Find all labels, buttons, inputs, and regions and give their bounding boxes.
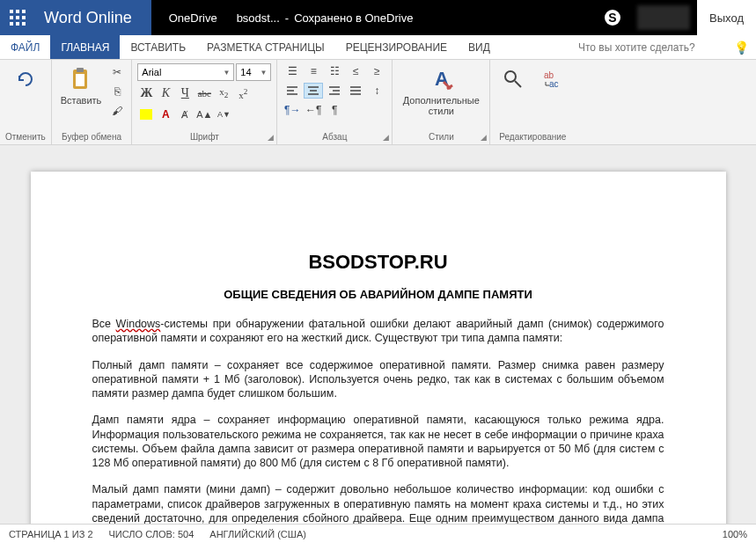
undo-icon (11, 65, 40, 93)
underline-button[interactable]: Ч (176, 84, 194, 102)
svg-rect-3 (10, 16, 13, 19)
status-page[interactable]: СТРАНИЦА 1 ИЗ 2 (9, 529, 93, 539)
tab-file[interactable]: ФАЙЛ (0, 35, 50, 59)
status-zoom[interactable]: 100% (723, 529, 747, 539)
clear-format-button[interactable]: A̸ (176, 106, 194, 123)
cut-button[interactable]: ✂ (108, 63, 126, 81)
scissors-icon: ✂ (113, 66, 121, 78)
status-bar: СТРАНИЦА 1 ИЗ 2 ЧИСЛО СЛОВ: 504 АНГЛИЙСК… (0, 524, 756, 543)
tab-layout[interactable]: РАЗМЕТКА СТРАНИЦЫ (196, 35, 335, 59)
shrink-font-button[interactable]: A▼ (215, 106, 232, 123)
styles-label: Дополнительные стили (401, 95, 481, 116)
align-center-button[interactable] (304, 83, 323, 99)
highlight-icon (140, 109, 152, 120)
group-clipboard: Вставить ✂ ⎘ 🖌 Буфер обмена (52, 60, 133, 144)
highlight-button[interactable] (137, 106, 155, 123)
svg-rect-6 (10, 22, 13, 26)
doc-subtitle[interactable]: ОБЩИЕ СВЕДЕНИЯ ОБ АВАРИЙНОМ ДАМПЕ ПАМЯТИ (92, 288, 664, 301)
text-run: Все (92, 318, 116, 330)
multilevel-button[interactable]: ☷ (325, 63, 344, 79)
svg-text:A: A (435, 68, 449, 90)
spellcheck-word[interactable]: Windows (116, 318, 161, 330)
svg-point-27 (505, 71, 516, 82)
bullets-button[interactable]: ☰ (283, 63, 302, 79)
group-font: Arial▼ 14▼ Ж К Ч abc x2 x2 A A̸ A▲ A▼ (132, 60, 277, 144)
strikethrough-button[interactable]: abc (195, 84, 213, 102)
tell-me-box[interactable]: 💡 (571, 35, 756, 59)
superscript-button[interactable]: x2 (215, 84, 232, 102)
undo-button[interactable] (8, 63, 43, 95)
line-spacing-icon: ↕ (374, 84, 379, 97)
bulb-icon: 💡 (734, 40, 749, 55)
font-dialog-launcher[interactable]: ◢ (268, 133, 274, 142)
dec-indent-button[interactable]: ≤ (346, 63, 365, 79)
breadcrumb: OneDrive bsodst... - Сохранено в OneDriv… (151, 11, 414, 25)
rtl-button[interactable]: ←¶ (304, 102, 323, 118)
breadcrumb-location[interactable]: OneDrive (169, 11, 217, 25)
styles-button[interactable]: A Дополнительные стили (398, 63, 484, 118)
copy-button[interactable]: ⎘ (108, 83, 126, 100)
signout-link[interactable]: Выход (697, 0, 756, 35)
ribbon-tabs: ФАЙЛ ГЛАВНАЯ ВСТАВИТЬ РАЗМЕТКА СТРАНИЦЫ … (0, 35, 756, 60)
status-word-count[interactable]: ЧИСЛО СЛОВ: 504 (109, 529, 195, 539)
chevron-down-icon: ▼ (260, 69, 267, 77)
tab-home[interactable]: ГЛАВНАЯ (50, 35, 120, 59)
doc-title[interactable]: BSODSTOP.RU (92, 251, 664, 274)
svg-rect-5 (22, 16, 26, 19)
group-undo: Отменить (0, 60, 52, 144)
document-page[interactable]: BSODSTOP.RU ОБЩИЕ СВЕДЕНИЯ ОБ АВАРИЙНОМ … (31, 172, 726, 524)
document-scroll-area[interactable]: BSODSTOP.RU ОБЩИЕ СВЕДЕНИЯ ОБ АВАРИЙНОМ … (0, 145, 756, 524)
inc-indent-button[interactable]: ≥ (367, 63, 386, 79)
paste-label: Вставить (61, 95, 102, 106)
breadcrumb-saved: Сохранено в OneDrive (294, 11, 413, 25)
group-label-undo: Отменить (5, 130, 46, 144)
doc-paragraph[interactable]: Малый дамп памяти (мини дамп) – содержит… (92, 482, 664, 524)
group-label-editing: Редактирование (499, 130, 566, 144)
ltr-button[interactable]: ¶→ (283, 102, 302, 118)
app-launcher-button[interactable] (0, 0, 35, 35)
numbering-button[interactable]: ≡ (304, 63, 323, 79)
align-right-button[interactable] (325, 83, 344, 99)
group-label-font: Шрифт (190, 130, 219, 144)
grow-font-button[interactable]: A▲ (195, 106, 213, 123)
svg-text:S: S (608, 11, 616, 25)
group-styles: A Дополнительные стили Стили ◢ (393, 60, 490, 144)
font-name-select[interactable]: Arial▼ (137, 63, 234, 81)
styles-icon: A (427, 65, 455, 93)
status-language[interactable]: АНГЛИЙСКИЙ (США) (209, 529, 306, 539)
ltr-icon: ¶→ (284, 104, 300, 116)
bold-button[interactable]: Ж (137, 84, 155, 102)
para-dialog-launcher[interactable]: ◢ (383, 133, 389, 142)
font-size-select[interactable]: 14▼ (236, 63, 271, 81)
tab-view[interactable]: ВИД (458, 35, 501, 59)
subscript-button[interactable]: x2 (234, 84, 252, 102)
justify-button[interactable] (346, 83, 365, 99)
doc-paragraph[interactable]: Все Windows-системы при обнаружении фата… (92, 317, 664, 346)
svg-text:ac: ac (549, 79, 559, 89)
search-icon (499, 65, 527, 93)
tell-me-input[interactable] (578, 41, 730, 54)
tab-insert[interactable]: ВСТАВИТЬ (120, 35, 196, 59)
show-marks-button[interactable]: ¶ (325, 102, 344, 118)
replace-button[interactable]: abac (534, 63, 569, 95)
skype-button[interactable]: S (595, 0, 630, 35)
indent-icon: ≥ (374, 65, 380, 77)
styles-dialog-launcher[interactable]: ◢ (481, 133, 487, 142)
format-painter-button[interactable]: 🖌 (108, 102, 126, 120)
group-label-paragraph: Абзац (322, 130, 347, 144)
italic-button[interactable]: К (157, 84, 174, 102)
doc-paragraph[interactable]: Дамп памяти ядра – сохраняет информацию … (92, 413, 664, 470)
line-spacing-button[interactable]: ↕ (367, 83, 386, 99)
tab-review[interactable]: РЕЦЕНЗИРОВАНИЕ (335, 35, 458, 59)
paste-button[interactable]: Вставить (57, 63, 106, 107)
font-color-button[interactable]: A (157, 106, 174, 123)
group-label-clipboard: Буфер обмена (62, 130, 121, 144)
svg-rect-2 (22, 10, 26, 13)
doc-paragraph[interactable]: Полный дамп памяти – сохраняет все содер… (92, 358, 664, 401)
user-avatar[interactable] (637, 5, 690, 30)
find-button[interactable] (495, 63, 531, 95)
align-left-button[interactable] (283, 83, 302, 99)
app-brand: Word Online (35, 0, 151, 35)
eraser-icon: A̸ (181, 109, 188, 121)
breadcrumb-filename[interactable]: bsodst... (237, 11, 280, 25)
